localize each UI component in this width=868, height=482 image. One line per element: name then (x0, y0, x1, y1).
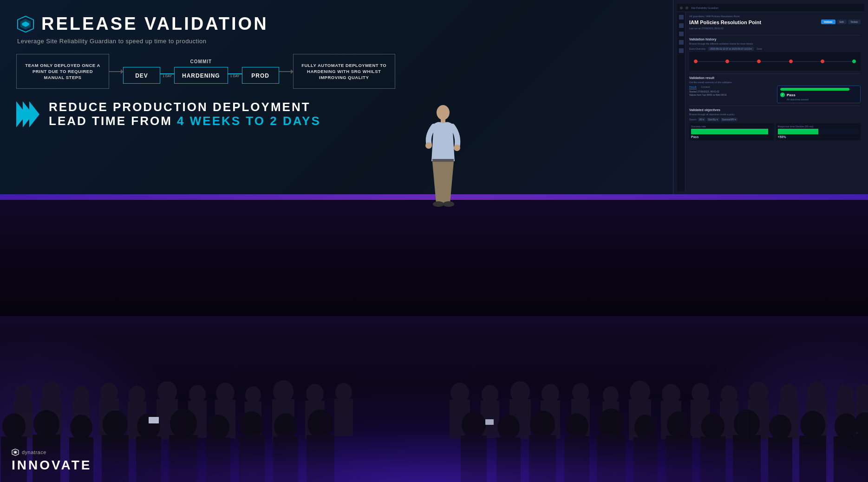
stage-dev: DEV (123, 67, 160, 84)
divider-1 (689, 35, 861, 35)
pass-sub: All objectives passed (787, 98, 857, 101)
svg-point-5 (425, 142, 432, 149)
commit-label: COMMIT (190, 59, 212, 64)
dynatrace-logo-icon (16, 15, 35, 33)
context-tab[interactable]: Context (701, 86, 710, 89)
timeline-dot-5[interactable] (821, 59, 824, 63)
result-row: Result Context Started 27/09/2023, 08:01… (689, 86, 861, 103)
workflow-right-box: FULLY AUTOMATE DEPLOYMENT TO HARDENING W… (293, 54, 395, 89)
topbar-dot-2 (685, 7, 688, 9)
metrics-row: Success rate Pass Response time Decline … (689, 123, 861, 140)
timeline-dot-2[interactable] (725, 59, 729, 63)
commit-section: COMMIT DEV 1 DAY HARDENING (123, 59, 279, 84)
response-time-bar (778, 129, 818, 134)
success-rate-label: Success rate (691, 125, 772, 128)
stage-prod: PROD (242, 67, 279, 84)
validation-history-title: Validation history (689, 38, 861, 41)
timeline-dots (694, 59, 856, 63)
time-range-selector[interactable]: 2023-09-22 12:37 to 2023-09-27 12:19 ▾ (708, 47, 754, 51)
srg-title-area: IAM Policies Resolution Point Last run o… (689, 20, 761, 33)
svg-point-6 (454, 145, 460, 151)
timeline-dot-4[interactable] (789, 59, 793, 63)
innovate-text: INNOVATE (12, 458, 92, 473)
stage: RELEASE VALIDATION Leverage Site Reliabi… (0, 0, 868, 482)
srg-panel: Site Reliability Guardian All guardians … (673, 0, 868, 195)
srg-action-buttons: Validate Edit Delete (821, 20, 861, 24)
progress-bar-area (780, 88, 857, 91)
sidebar-item-2 (679, 23, 684, 28)
cta-line2: LEAD TIME FROM 4 WEEKS TO 2 DAYS (49, 114, 321, 128)
progress-bar (780, 88, 857, 91)
success-rate-metric: Success rate Pass (689, 123, 774, 140)
result-tabs: Result Context (689, 86, 774, 89)
validation-history-sub: Browse through the different validation … (689, 42, 861, 45)
timeline-dot-3[interactable] (757, 59, 761, 63)
divider-3 (689, 106, 861, 106)
srg-topbar: Site Reliability Guardian (677, 4, 864, 12)
dynatrace-logo-row: dynatrace (12, 449, 92, 456)
search-label: Search (689, 118, 697, 121)
srg-ui: Site Reliability Guardian All guardians … (677, 4, 864, 191)
dynatrace-branding: dynatrace INNOVATE (12, 449, 92, 473)
timeline-filters: Event Overview 2023-09-22 12:37 to 2023-… (689, 47, 861, 51)
success-rate-bar (691, 129, 768, 134)
response-time-bar-container (778, 129, 859, 134)
timeline-dot-1[interactable] (694, 59, 698, 63)
result-tab[interactable]: Result (689, 86, 697, 89)
edit-button[interactable]: Edit (837, 20, 847, 24)
validation-result-section: Validation result Get the overall summar… (689, 76, 861, 103)
svg-point-9 (443, 201, 454, 207)
validate-button[interactable]: Validate (821, 20, 835, 24)
delete-button[interactable]: Delete (848, 20, 861, 24)
pass-dot: ✓ (780, 92, 785, 97)
workflow-arrow-1 (109, 71, 123, 72)
service-filter[interactable]: Service/API ▾ (721, 118, 738, 121)
sidebar-item-5 (679, 48, 684, 53)
response-time-label: Response time Decline (50 ms) (778, 125, 859, 128)
validated-objectives-sub: Browse through all objectives inside a p… (689, 113, 861, 116)
workflow-arrow-2 (279, 71, 293, 72)
cta-section: REDUCE PRODUCTION DEPLOYMENT LEAD TIME F… (16, 100, 657, 128)
pass-badge: ✓ Pass (780, 92, 857, 97)
success-rate-bar-container (691, 129, 772, 134)
objectives-filters: Search All ▾ Sort By ▾ Service/API ▾ (689, 118, 861, 121)
sidebar-item-3 (679, 32, 684, 36)
chevron-3 (29, 101, 39, 127)
topbar-dot-1 (680, 7, 683, 9)
srg-last-run: Last run on 27/09/2023, 08:01:02 (689, 27, 761, 30)
sort-filter[interactable]: Sort By ▾ (707, 118, 719, 121)
validation-result-title: Validation result (689, 76, 861, 79)
pass-result-box: ✓ Pass All objectives passed (777, 86, 861, 103)
stages-row: DEV 1 DAY HARDENING 1 DAY (123, 67, 279, 84)
divider-2 (689, 73, 861, 74)
sidebar-item-1 (679, 15, 684, 20)
slide-subtitle: Leverage Site Reliability Guardian to sp… (17, 38, 657, 45)
srg-breadcrumb: All guardians / IAM Policies Resolution … (689, 15, 861, 18)
floor-glow (0, 389, 868, 482)
stage-hardening: HARDENING (174, 67, 228, 84)
event-overview-label: Event Overview (689, 47, 705, 50)
cta-line1: REDUCE PRODUCTION DEPLOYMENT (49, 100, 321, 114)
pass-label: Pass (787, 93, 796, 97)
workflow-left-box: TEAM ONLY DEPLOYED ONCE A PRINT DUE TO R… (16, 54, 109, 89)
srg-tab: Site Reliability Guardian (691, 7, 718, 9)
status-filter[interactable]: All ▾ (698, 118, 705, 121)
srg-main-content: All guardians / IAM Policies Resolution … (685, 12, 864, 191)
timeline-dot-6[interactable] (852, 59, 856, 63)
srg-title: IAM Policies Resolution Point (689, 20, 761, 25)
validation-result-sub: Get the overall summary of this validati… (689, 81, 861, 84)
result-info: Result Context Started 27/09/2023, 08:01… (689, 86, 774, 103)
zone-label: Zone (757, 47, 762, 50)
srg-timeline (689, 52, 861, 71)
chevron-icons (16, 101, 39, 127)
validated-objectives-section: Validated objectives Browse through all … (689, 108, 861, 140)
values-range: Values from Tue 08/01 to Wed 09:01 (689, 93, 774, 96)
validation-history-section: Validation history Browse through the di… (689, 38, 861, 71)
dynatrace-name: dynatrace (22, 449, 46, 455)
srg-sidebar (677, 12, 685, 191)
slide-title: RELEASE VALIDATION (41, 14, 268, 34)
svg-rect-7 (432, 159, 454, 162)
cta-text: REDUCE PRODUCTION DEPLOYMENT LEAD TIME F… (49, 100, 321, 128)
presenter (422, 101, 464, 208)
logo-area: RELEASE VALIDATION (16, 14, 657, 34)
